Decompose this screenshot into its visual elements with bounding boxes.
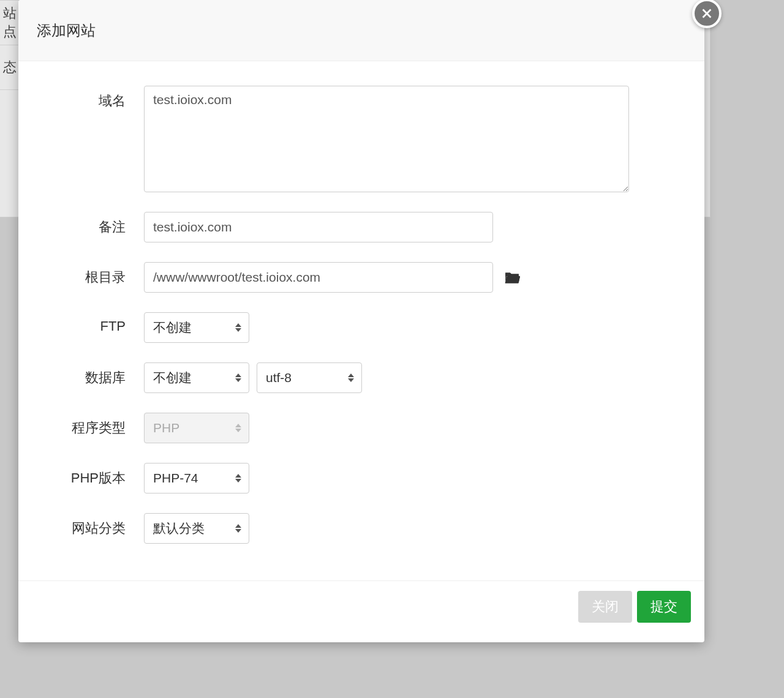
program-type-select-value: PHP: [153, 421, 179, 435]
site-category-select-value: 默认分类: [153, 520, 205, 537]
label-ftp: FTP: [55, 312, 144, 334]
program-type-select: PHP: [144, 413, 249, 443]
modal-header: 添加网站: [18, 0, 704, 61]
close-icon: [700, 7, 714, 20]
modal-body: 域名 备注 根目录 FTP 不创建: [18, 61, 704, 580]
bg-sidebar-label: 态: [3, 58, 17, 77]
remark-input[interactable]: [144, 212, 493, 242]
database-select-value: 不创建: [153, 369, 192, 386]
ftp-select[interactable]: 不创建: [144, 312, 249, 343]
label-domain: 域名: [55, 86, 144, 110]
row-remark: 备注: [55, 212, 668, 242]
charset-select[interactable]: utf-8: [257, 362, 362, 393]
row-root-dir: 根目录: [55, 262, 668, 293]
modal-footer: 关闭 提交: [18, 580, 704, 642]
php-version-select[interactable]: PHP-74: [144, 463, 249, 493]
site-category-select[interactable]: 默认分类: [144, 513, 249, 544]
php-version-select-value: PHP-74: [153, 471, 198, 486]
label-remark: 备注: [55, 212, 144, 236]
label-root-dir: 根目录: [55, 262, 144, 287]
modal-title: 添加网站: [37, 21, 96, 40]
label-program-type: 程序类型: [55, 413, 144, 437]
chevron-updown-icon: [235, 524, 241, 533]
domain-textarea[interactable]: [144, 86, 629, 192]
label-database: 数据库: [55, 362, 144, 387]
ftp-select-value: 不创建: [153, 319, 192, 336]
row-php-version: PHP版本 PHP-74: [55, 463, 668, 493]
root-dir-input[interactable]: [144, 262, 493, 293]
row-domain: 域名: [55, 86, 668, 192]
close-button[interactable]: [692, 0, 722, 28]
submit-button[interactable]: 提交: [637, 591, 691, 623]
label-site-category: 网站分类: [55, 513, 144, 538]
close-footer-button[interactable]: 关闭: [578, 591, 632, 623]
chevron-updown-icon: [235, 474, 241, 482]
label-php-version: PHP版本: [55, 463, 144, 487]
row-site-category: 网站分类 默认分类: [55, 513, 668, 544]
chevron-updown-icon: [235, 373, 241, 382]
chevron-updown-icon: [348, 373, 354, 382]
folder-open-icon[interactable]: [504, 271, 520, 284]
row-ftp: FTP 不创建: [55, 312, 668, 343]
add-site-modal: 添加网站 域名 备注 根目录 FTP: [18, 0, 704, 642]
chevron-updown-icon: [235, 424, 241, 432]
charset-select-value: utf-8: [266, 370, 292, 385]
database-select[interactable]: 不创建: [144, 362, 249, 393]
row-program-type: 程序类型 PHP: [55, 413, 668, 443]
chevron-updown-icon: [235, 323, 241, 332]
row-database: 数据库 不创建 utf-8: [55, 362, 668, 393]
